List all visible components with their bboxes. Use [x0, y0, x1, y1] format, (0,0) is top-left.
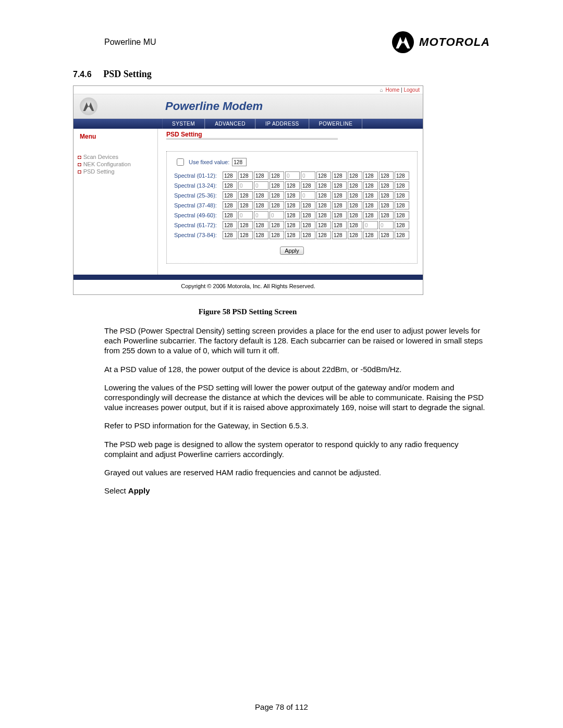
spectral-input[interactable] [316, 191, 331, 200]
spectral-input[interactable] [316, 201, 331, 209]
spectral-input[interactable] [363, 231, 378, 239]
spectral-input[interactable] [316, 231, 331, 239]
sidebar-item-nek-configuration[interactable]: ◘NEK Configuration [78, 161, 153, 167]
spectral-input[interactable] [379, 231, 394, 239]
spectral-input[interactable] [254, 201, 268, 209]
body-paragraph-select-apply: Select Apply [104, 486, 490, 496]
spectral-input[interactable] [238, 201, 253, 209]
spectral-input[interactable] [270, 221, 284, 229]
spectral-input[interactable] [301, 181, 315, 190]
spectral-input[interactable] [270, 181, 284, 190]
spectral-input [254, 211, 268, 219]
spectral-row-label: Spectral (13-24): [174, 182, 222, 189]
spectral-input[interactable] [348, 231, 362, 239]
spectral-input[interactable] [332, 221, 347, 229]
spectral-input[interactable] [270, 191, 284, 200]
spectral-input[interactable] [332, 201, 347, 209]
spectral-input[interactable] [270, 231, 284, 239]
spectral-input[interactable] [223, 171, 237, 180]
spectral-input[interactable] [379, 211, 394, 219]
copyright-text: Copyright © 2006 Motorola, Inc. All Righ… [74, 280, 423, 294]
spectral-input[interactable] [379, 181, 394, 190]
sidebar-item-scan-devices[interactable]: ◘Scan Devices [78, 154, 153, 160]
use-fixed-checkbox[interactable] [175, 158, 186, 166]
brand-title: Powerline Modem [165, 100, 417, 113]
spectral-input[interactable] [223, 191, 237, 200]
spectral-input[interactable] [301, 231, 315, 239]
spectral-input[interactable] [223, 211, 237, 219]
spectral-input[interactable] [285, 231, 300, 239]
spectral-input[interactable] [395, 191, 409, 200]
tab-bar: SYSTEM ADVANCED IP ADDRESS POWERLINE [74, 119, 423, 129]
spectral-input[interactable] [254, 221, 268, 229]
spectral-input[interactable] [348, 191, 362, 200]
spectral-input[interactable] [332, 211, 347, 219]
bullet-icon: ◘ [78, 161, 81, 167]
spectral-input[interactable] [395, 201, 409, 209]
spectral-input[interactable] [395, 181, 409, 190]
spectral-input[interactable] [285, 181, 300, 190]
spectral-input[interactable] [254, 171, 268, 180]
spectral-input[interactable] [348, 181, 362, 190]
spectral-input[interactable] [223, 221, 237, 229]
apply-button[interactable]: Apply [280, 246, 304, 255]
spectral-input[interactable] [285, 191, 300, 200]
spectral-input[interactable] [223, 231, 237, 239]
panel-title: PSD Setting [166, 131, 338, 140]
spectral-input[interactable] [395, 231, 409, 239]
spectral-input[interactable] [348, 201, 362, 209]
spectral-input[interactable] [285, 211, 300, 219]
spectral-input[interactable] [270, 201, 284, 209]
spectral-input[interactable] [379, 191, 394, 200]
spectral-input[interactable] [395, 211, 409, 219]
spectral-input[interactable] [316, 211, 331, 219]
spectral-input [301, 191, 315, 200]
motorola-logo: MOTOROLA [392, 31, 490, 53]
spectral-input[interactable] [379, 201, 394, 209]
select-apply-prefix: Select [104, 486, 128, 495]
spectral-input[interactable] [363, 181, 378, 190]
spectral-input[interactable] [316, 171, 331, 180]
spectral-input[interactable] [332, 191, 347, 200]
tab-powerline[interactable]: POWERLINE [309, 119, 363, 129]
spectral-input[interactable] [254, 231, 268, 239]
home-link[interactable]: Home [386, 87, 400, 93]
spectral-input[interactable] [270, 171, 284, 180]
tab-ip-address[interactable]: IP ADDRESS [255, 119, 309, 129]
spectral-input[interactable] [238, 231, 253, 239]
spectral-input[interactable] [395, 221, 409, 229]
spectral-input[interactable] [316, 181, 331, 190]
spectral-row: Spectral (25-36): [174, 191, 410, 200]
spectral-input[interactable] [363, 171, 378, 180]
spectral-input[interactable] [238, 221, 253, 229]
spectral-input[interactable] [332, 171, 347, 180]
select-apply-bold: Apply [128, 486, 150, 495]
use-fixed-input[interactable] [232, 158, 247, 166]
spectral-input[interactable] [254, 191, 268, 200]
spectral-input[interactable] [285, 221, 300, 229]
logout-link[interactable]: Logout [403, 87, 420, 93]
spectral-input[interactable] [301, 211, 315, 219]
spectral-input[interactable] [301, 221, 315, 229]
spectral-input[interactable] [363, 191, 378, 200]
spectral-input[interactable] [316, 221, 331, 229]
spectral-input[interactable] [379, 171, 394, 180]
spectral-input[interactable] [348, 221, 362, 229]
spectral-input[interactable] [223, 201, 237, 209]
spectral-input[interactable] [332, 231, 347, 239]
sidebar-item-psd-setting[interactable]: ◘PSD Setting [78, 168, 153, 175]
spectral-input[interactable] [238, 171, 253, 180]
spectral-input[interactable] [285, 201, 300, 209]
spectral-input[interactable] [363, 211, 378, 219]
spectral-input[interactable] [238, 191, 253, 200]
spectral-input[interactable] [301, 201, 315, 209]
spectral-input[interactable] [395, 171, 409, 180]
spectral-input[interactable] [332, 181, 347, 190]
tab-system[interactable]: SYSTEM [162, 119, 205, 129]
spectral-input[interactable] [348, 171, 362, 180]
figure-caption: Figure 58 PSD Setting Screen [73, 307, 422, 316]
tab-advanced[interactable]: ADVANCED [205, 119, 255, 129]
spectral-input[interactable] [363, 201, 378, 209]
spectral-input[interactable] [223, 181, 237, 190]
spectral-input[interactable] [348, 211, 362, 219]
